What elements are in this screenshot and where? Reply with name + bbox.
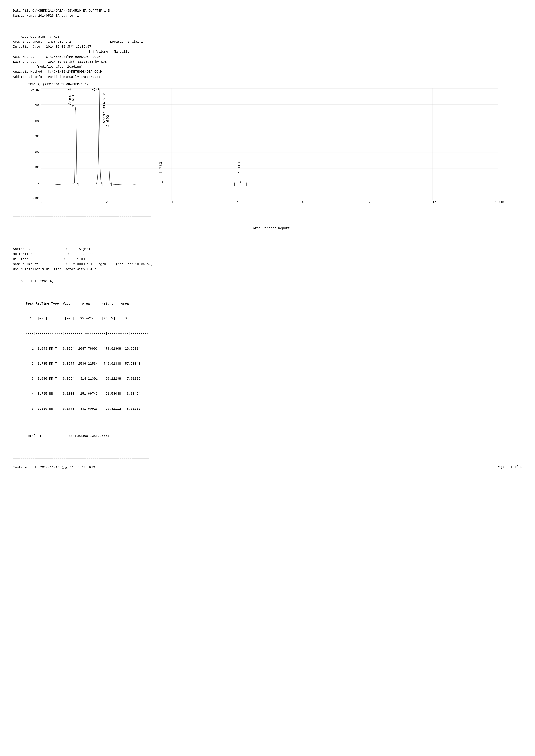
table-row-1: 1 1.043 MM T 0.0364 1047.78906 479.81308… [26,346,522,351]
svg-text:Area: 1047.79: Area: 1047.79 [68,88,72,105]
sample-name-line: Sample Name: 20140520 ER quarter-1 [13,14,522,18]
y-tick-3: 300 [35,135,40,138]
x-tick-0: 0 [41,201,42,204]
x-tick-12: 12 [433,201,436,204]
use-multiplier-note: Use Multiplier & Dilution Factor with IS… [13,267,97,271]
totals-row: Totals : 4481.53409 1358.25654 [26,434,522,439]
table-row-2: 2 1.785 MM T 0.0577 2586.22534 746.91888… [26,362,522,366]
footer-page-info: Page 1 of 1 [497,465,522,470]
chart-svg: 1.043 Area: 1047.79 1.785 Area: 2586.23 … [41,88,498,200]
table-divider: ----|---------|----|---------|----------… [26,331,522,336]
inj-volume-value: Manually [114,50,129,54]
sample-amount-label: Sample Amount: [13,262,40,266]
y-tick-1: 500 [35,104,40,107]
meta-block: Acq. Operator : KJS Acq. Instrument : In… [13,29,522,80]
y-axis: 25 uV 500 400 300 200 100 0 -100 [26,88,41,200]
report-top-sep-1: ========================================… [13,215,522,219]
last-changed-value: 2014-06-02 오전 11:58:33 by KJS [48,60,107,64]
sorted-by-value: Signal [79,247,91,251]
data-table: Peak RetTime Type Width Area Height Area… [26,291,522,449]
table-header-1: Peak RetTime Type Width Area Height Area [26,301,522,306]
injection-date-value: 2014-06-02 오후 12:02:07 [46,45,91,49]
y-tick-5: 100 [35,166,40,169]
last-changed-label: Last changed [13,60,36,64]
additional-info-value: Peak(s) manually integrated [48,75,100,79]
analysis-method-value: C:\CHEM32\1\METHODS\DEF_GC.M [48,70,102,74]
signal-label-line: Signal 1: TCD1 A, [13,274,522,289]
x-axis: 0 2 4 6 8 10 12 14 min [41,201,498,209]
dilution-value: 1.0000 [77,257,89,261]
chart-container: TCD1 A, (KJS\0520 ER QUARTER-1.D) 25 uV … [26,82,500,211]
y-tick-4: 200 [35,150,40,153]
last-changed-note: (modified after loading) [13,65,83,69]
inj-volume-label: Inj Volume [89,50,108,54]
dilution-label: Dilution [13,257,28,261]
acq-operator-label: Acq. Operator [21,35,46,39]
injection-date-label: Injection Date [13,45,40,49]
table-row-5: 5 6.119 BB 0.1773 381.60925 29.82112 8.5… [26,406,522,411]
svg-text:1.785: 1.785 [95,88,99,91]
top-separator: ========================================… [13,22,522,27]
acq-instrument-value: Instrument 1 [48,40,71,44]
sorted-by-label: Sorted By [13,247,30,251]
table-header-2: # [min] [min] [25 uV*s] [25 uV] % [26,316,522,321]
y-tick-7: -100 [33,197,40,200]
svg-text:Area: 314.213: Area: 314.213 [102,93,106,123]
svg-text:6.119: 6.119 [237,162,241,174]
acq-method-label: Acq. Method [13,55,34,59]
x-tick-14: 14 [493,201,497,204]
x-tick-10: 10 [367,201,371,204]
table-row-4: 4 3.725 BB 0.1080 151.69742 21.58048 3.3… [26,392,522,396]
x-tick-2: 2 [106,201,108,204]
y-tick-2: 400 [35,119,40,122]
y-tick-0: 25 uV [31,88,40,92]
sample-amount-value: 2.00000e-1 [ng/ul] (not used in calc.) [73,262,153,266]
multiplier-value: 1.0000 [81,252,93,256]
footer: Instrument 1 2014-11-10 오전 11:48:49 KJS … [13,465,522,470]
x-tick-4: 4 [171,201,173,204]
acq-operator-value: KJS [54,35,60,39]
svg-text:3.725: 3.725 [158,162,163,174]
additional-info-label: Additional Info [13,75,42,79]
page-content: Data File C:\CHEM32\1\DATA\KJS\0520 ER Q… [13,9,522,741]
acq-method-value: C:\CHEM32\1\METHODS\DEF_GC.M [46,55,100,59]
location-value: Vial 1 [131,40,143,44]
x-tick-6: 6 [237,201,238,204]
location-label: Location [110,40,126,44]
report-params: Sorted By : Signal Multiplier : 1.0000 D… [13,242,522,272]
header-info: Data File C:\CHEM32\1\DATA\KJS\0520 ER Q… [13,9,522,18]
svg-text:1.043: 1.043 [71,95,76,107]
svg-text:2.090: 2.090 [106,115,110,127]
bottom-sep-1: ========================================… [13,457,522,461]
report-title: Area Percent Report [13,223,522,234]
data-file-line: Data File C:\CHEM32\1\DATA\KJS\0520 ER Q… [13,9,522,14]
analysis-method-label: Analysis Method [13,70,42,74]
x-tick-8: 8 [302,201,304,204]
svg-text:Area: 2586.23: Area: 2586.23 [92,88,96,91]
report-top-sep-2: ========================================… [13,236,522,240]
footer-instrument-info: Instrument 1 2014-11-10 오전 11:48:49 KJS [13,465,95,470]
y-tick-6: 0 [38,181,40,184]
table-row-3: 3 2.090 MM T 0.0654 314.21301 80.12298 7… [26,376,522,381]
chart-title: TCD1 A, (KJS\0520 ER QUARTER-1.D) [28,83,88,86]
x-unit: min [499,201,504,204]
multiplier-label: Multiplier [13,252,32,256]
acq-instrument-label: Acq. Instrument [13,40,42,44]
